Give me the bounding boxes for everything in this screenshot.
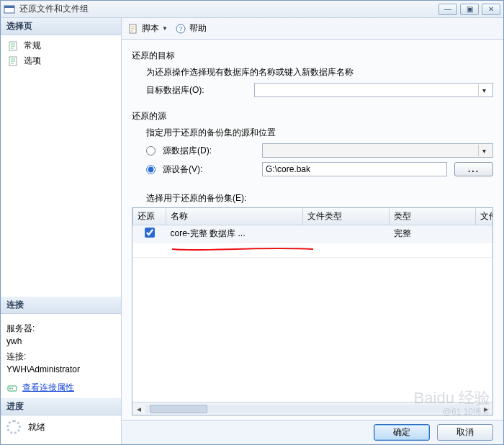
server-label: 服务器:: [6, 323, 115, 335]
toolbar: 脚本 ▼ ? 帮助: [122, 18, 503, 40]
annotation-row: [133, 243, 493, 258]
script-icon: [127, 23, 139, 35]
sidebar-header-pages: 选择页: [1, 18, 121, 35]
help-button[interactable]: ? 帮助: [175, 22, 207, 35]
source-db-combobox: ▾: [262, 143, 493, 158]
dialog-footer: 确定 取消: [122, 420, 503, 444]
source-db-radio[interactable]: [146, 146, 156, 156]
section-target-desc: 为还原操作选择现有数据库的名称或键入新数据库名称: [146, 66, 493, 78]
ok-button[interactable]: 确定: [374, 424, 430, 441]
row-restore-checkbox[interactable]: [145, 228, 155, 238]
sidebar-header-progress: 进度: [1, 398, 121, 415]
scroll-track[interactable]: [145, 405, 480, 413]
minimize-button[interactable]: —: [438, 4, 457, 15]
dialog-window: 还原文件和文件组 — ▣ ✕ 选择页 常规 选项 连接 服: [0, 0, 504, 445]
svg-point-6: [12, 387, 13, 389]
chevron-down-icon: ▾: [478, 84, 490, 96]
progress-spinner-icon: [6, 420, 21, 434]
backupsets-table: 还原 名称 文件类型 类型 文件 core-完整 数据: [132, 207, 493, 415]
col-filetype[interactable]: 文件类型: [303, 208, 390, 225]
sidebar: 选择页 常规 选项 连接 服务器: ywh 连接: YWH\Administra…: [1, 18, 122, 444]
col-restore[interactable]: 还原: [133, 208, 166, 225]
table-row[interactable]: core-完整 数据库 ... 完整: [133, 225, 493, 243]
source-device-radio[interactable]: [146, 165, 156, 174]
scroll-right-icon[interactable]: ▸: [480, 404, 492, 414]
chevron-down-icon: ▼: [162, 25, 168, 32]
progress-block: 就绪: [1, 415, 121, 444]
svg-point-5: [9, 387, 11, 389]
conn-label: 连接:: [6, 351, 115, 363]
target-db-label: 目标数据库(O):: [146, 84, 247, 96]
sidebar-item-general[interactable]: 常规: [6, 38, 115, 53]
page-icon: [8, 40, 19, 52]
row-type: 完整: [390, 225, 476, 243]
help-icon: ?: [175, 23, 186, 35]
scroll-thumb[interactable]: [150, 405, 207, 413]
row-file: [476, 225, 493, 243]
chevron-down-icon: ▾: [478, 145, 490, 156]
horizontal-scrollbar[interactable]: ◂ ▸: [132, 402, 492, 415]
script-label: 脚本: [142, 22, 159, 35]
source-device-value: G:\core.bak: [266, 164, 310, 174]
col-type[interactable]: 类型: [390, 208, 476, 225]
col-name[interactable]: 名称: [166, 208, 303, 225]
sidebar-item-label: 常规: [24, 40, 41, 52]
source-device-label: 源设备(V):: [163, 163, 255, 176]
connection-icon: [6, 382, 18, 394]
section-source-title: 还原的源: [132, 110, 493, 122]
col-file[interactable]: 文件: [476, 208, 493, 225]
page-icon: [8, 55, 19, 67]
window-title: 还原文件和文件组: [19, 3, 438, 15]
underline-annotation-icon: [171, 246, 315, 253]
conn-value: YWH\Administrator: [6, 364, 115, 374]
svg-rect-1: [4, 6, 14, 8]
target-db-combobox[interactable]: ▾: [254, 83, 493, 97]
sidebar-item-label: 选项: [24, 55, 41, 67]
maximize-button[interactable]: ▣: [460, 4, 479, 15]
window-controls: — ▣ ✕: [438, 4, 500, 15]
sidebar-page-list: 常规 选项: [1, 35, 121, 86]
browse-label: ...: [468, 164, 480, 174]
close-button[interactable]: ✕: [482, 4, 500, 15]
table-header: 还原 名称 文件类型 类型 文件: [133, 208, 493, 225]
connection-info: 服务器: ywh 连接: YWH\Administrator 查看连接属性: [1, 314, 121, 398]
source-device-textbox[interactable]: G:\core.bak: [262, 162, 447, 176]
sidebar-item-options[interactable]: 选项: [6, 53, 115, 68]
backupsets-label: 选择用于还原的备份集(E):: [146, 192, 493, 204]
server-value: ywh: [6, 336, 115, 346]
progress-status: 就绪: [28, 421, 45, 433]
row-name: core-完整 数据库 ...: [166, 225, 303, 243]
help-label: 帮助: [189, 22, 207, 35]
sidebar-header-connection: 连接: [1, 297, 121, 314]
cancel-button[interactable]: 取消: [437, 424, 493, 441]
section-source-desc: 指定用于还原的备份集的源和位置: [146, 127, 493, 139]
browse-device-button[interactable]: ...: [454, 162, 493, 176]
title-bar: 还原文件和文件组 — ▣ ✕: [1, 1, 503, 18]
view-connection-label: 查看连接属性: [22, 382, 74, 394]
script-button[interactable]: 脚本 ▼: [127, 22, 168, 35]
source-db-label: 源数据库(D):: [163, 145, 255, 157]
svg-text:?: ?: [179, 25, 182, 32]
view-connection-props-link[interactable]: 查看连接属性: [6, 382, 115, 394]
scroll-left-icon[interactable]: ◂: [132, 404, 145, 414]
row-filetype: [303, 225, 390, 243]
content-pane: 脚本 ▼ ? 帮助 还原的目标 为还原操作选择现有数据库的名称或键入新数据库名称…: [122, 18, 503, 444]
section-target-title: 还原的目标: [132, 50, 493, 62]
app-icon: [4, 4, 15, 15]
